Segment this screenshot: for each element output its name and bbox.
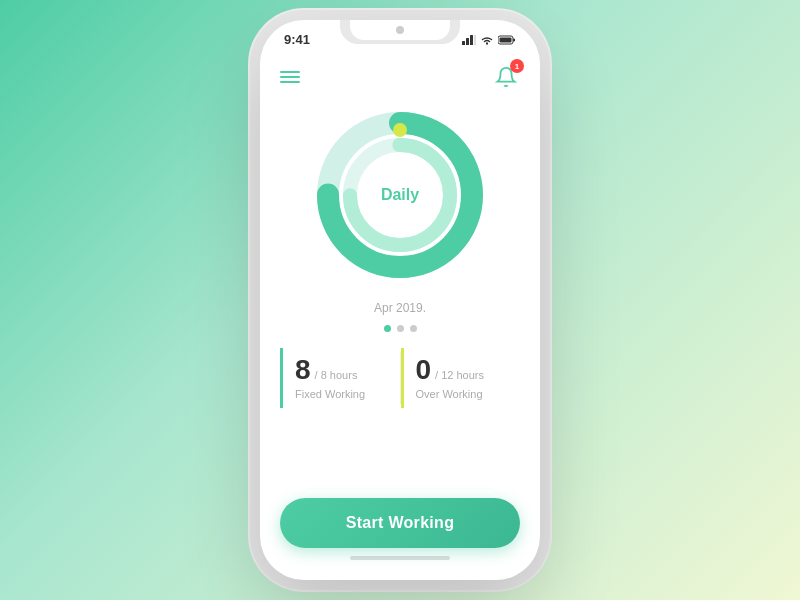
stat-number-1: 8 — [295, 356, 311, 384]
notification-wrapper: 1 — [492, 63, 520, 91]
svg-rect-0 — [462, 41, 465, 45]
stat-number-2: 0 — [416, 356, 432, 384]
stat-of-2: / 12 hours — [435, 369, 484, 381]
main-content: Daily Apr 2019. 8 / 8 hours Fixed Workin… — [260, 95, 540, 486]
chart-container: Daily — [310, 105, 490, 285]
svg-rect-7 — [513, 38, 515, 41]
phone-bottom: Start Working — [260, 486, 540, 580]
battery-icon — [498, 35, 516, 45]
stat-label-1: Fixed Working — [295, 388, 388, 400]
pagination-dot-2[interactable] — [397, 325, 404, 332]
time-display: 9:41 — [284, 32, 310, 47]
wifi-icon — [480, 35, 494, 45]
date-label: Apr 2019. — [374, 301, 426, 315]
svg-rect-3 — [474, 35, 476, 45]
start-working-button[interactable]: Start Working — [280, 498, 520, 548]
stat-fixed-working: 8 / 8 hours Fixed Working — [280, 348, 400, 408]
stat-label-2: Over Working — [416, 388, 509, 400]
pagination-dot-3[interactable] — [410, 325, 417, 332]
signal-icon — [462, 35, 476, 45]
svg-rect-1 — [466, 38, 469, 45]
notification-badge: 1 — [510, 59, 524, 73]
dot-indicator — [393, 123, 407, 137]
status-icons — [462, 35, 516, 45]
pagination-dot-1[interactable] — [384, 325, 391, 332]
notch — [340, 20, 460, 44]
stat-of-1: / 8 hours — [315, 369, 358, 381]
stat-over-working: 0 / 12 hours Over Working — [401, 348, 521, 408]
svg-rect-2 — [470, 35, 473, 45]
stat-main-1: 8 / 8 hours — [295, 356, 388, 384]
pagination-dots — [384, 325, 417, 332]
chart-center-label: Daily — [381, 186, 419, 204]
header: 1 — [260, 55, 540, 95]
home-indicator — [350, 556, 450, 560]
stat-main-2: 0 / 12 hours — [416, 356, 509, 384]
phone-frame: 9:41 — [260, 20, 540, 580]
stats-row: 8 / 8 hours Fixed Working 0 / 12 hours O… — [280, 348, 520, 408]
svg-rect-6 — [500, 37, 512, 42]
svg-point-4 — [486, 42, 488, 44]
menu-button[interactable] — [280, 71, 300, 83]
